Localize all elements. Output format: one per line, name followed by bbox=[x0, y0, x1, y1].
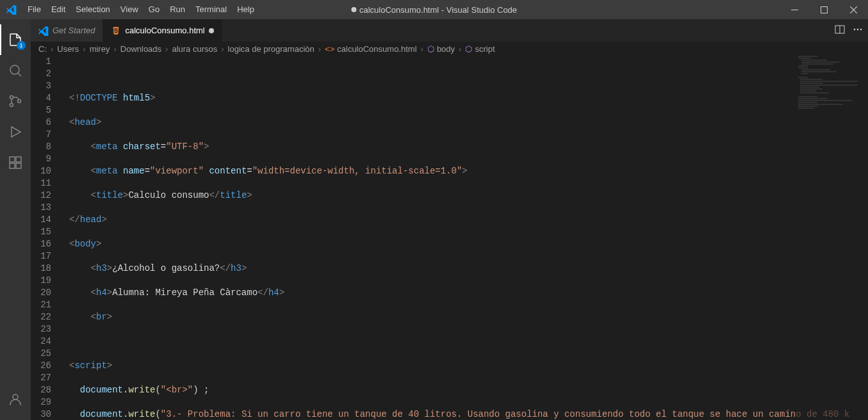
tabs-bar: Get Started calculoConsumo.html bbox=[31, 19, 868, 42]
line-number: 21 bbox=[31, 299, 51, 311]
html-file-icon: <> bbox=[325, 44, 334, 54]
modified-dot-icon bbox=[351, 7, 356, 12]
vscode-icon bbox=[38, 26, 49, 36]
crumb[interactable]: C: bbox=[38, 44, 47, 54]
window-title-text: calculoConsumo.html - Visual Studio Code bbox=[359, 5, 517, 15]
line-number: 17 bbox=[31, 250, 51, 262]
line-number: 24 bbox=[31, 335, 51, 348]
menu-selection[interactable]: Selection bbox=[70, 0, 115, 19]
svg-point-13 bbox=[854, 29, 856, 31]
vscode-logo-icon bbox=[0, 4, 22, 15]
svg-rect-1 bbox=[821, 6, 827, 13]
chevron-right-icon: › bbox=[318, 44, 321, 54]
line-number: 3 bbox=[31, 80, 51, 92]
window-controls bbox=[780, 0, 868, 19]
more-actions-icon[interactable] bbox=[853, 24, 863, 36]
svg-rect-8 bbox=[10, 163, 15, 168]
line-number: 27 bbox=[31, 372, 51, 384]
menu-bar: File Edit Selection View Go Run Terminal… bbox=[22, 0, 259, 19]
svg-point-15 bbox=[860, 29, 862, 31]
activity-search[interactable] bbox=[0, 55, 31, 86]
crumb[interactable]: <> calculoConsumo.html bbox=[325, 44, 416, 54]
line-number: 29 bbox=[31, 396, 51, 408]
tab-actions bbox=[830, 19, 868, 42]
tab-get-started[interactable]: Get Started bbox=[31, 19, 103, 42]
activity-explorer[interactable]: 1 bbox=[0, 24, 31, 55]
crumb[interactable]: Users bbox=[57, 44, 79, 54]
line-number: 8 bbox=[31, 141, 51, 153]
chevron-right-icon: › bbox=[221, 44, 224, 54]
menu-help[interactable]: Help bbox=[232, 0, 259, 19]
crumb[interactable]: ⬡ script bbox=[465, 44, 495, 54]
line-number: 23 bbox=[31, 323, 51, 335]
line-number: 14 bbox=[31, 214, 51, 226]
chevron-right-icon: › bbox=[51, 44, 53, 54]
line-number: 26 bbox=[31, 360, 51, 372]
activity-source-control[interactable] bbox=[0, 86, 31, 117]
maximize-button[interactable] bbox=[809, 0, 839, 19]
svg-rect-6 bbox=[10, 157, 15, 162]
crumb[interactable]: ⬡ body bbox=[427, 44, 455, 54]
svg-rect-7 bbox=[16, 157, 21, 162]
svg-rect-9 bbox=[16, 163, 21, 168]
activity-extensions[interactable] bbox=[0, 147, 31, 178]
svg-point-10 bbox=[13, 394, 18, 400]
svg-point-2 bbox=[10, 65, 19, 74]
line-numbers: 1 2 3 4 5 6 7 8 9 10 11 12 13 14 15 16 1… bbox=[31, 56, 63, 420]
menu-run[interactable]: Run bbox=[165, 0, 190, 19]
line-number: 22 bbox=[31, 311, 51, 323]
chevron-right-icon: › bbox=[459, 44, 461, 54]
code-editor[interactable]: 1 2 3 4 5 6 7 8 9 10 11 12 13 14 15 16 1… bbox=[31, 56, 868, 420]
html-file-icon bbox=[111, 26, 121, 36]
chevron-right-icon: › bbox=[83, 44, 85, 54]
line-number: 7 bbox=[31, 129, 51, 141]
line-number: 6 bbox=[31, 117, 51, 129]
line-number: 1 bbox=[31, 56, 51, 68]
svg-point-5 bbox=[18, 100, 21, 103]
menu-terminal[interactable]: Terminal bbox=[190, 0, 232, 19]
crumb[interactable]: logica de programaciòn bbox=[228, 44, 315, 54]
line-number: 2 bbox=[31, 68, 51, 80]
line-number: 5 bbox=[31, 104, 51, 117]
line-number: 12 bbox=[31, 190, 51, 202]
menu-go[interactable]: Go bbox=[143, 0, 165, 19]
close-button[interactable] bbox=[839, 0, 868, 19]
menu-view[interactable]: View bbox=[115, 0, 143, 19]
svg-rect-0 bbox=[791, 10, 798, 10]
line-number: 11 bbox=[31, 177, 51, 190]
minimize-button[interactable] bbox=[780, 0, 809, 19]
symbol-icon: ⬡ bbox=[465, 44, 472, 54]
activity-accounts[interactable] bbox=[0, 384, 31, 415]
explorer-badge: 1 bbox=[17, 41, 26, 50]
code-content[interactable]: <!DOCTYPE html5> <head> <meta charset="U… bbox=[63, 56, 868, 420]
editor-area: Get Started calculoConsumo.html C:› User… bbox=[31, 19, 868, 420]
activity-run-debug[interactable] bbox=[0, 117, 31, 147]
line-number: 9 bbox=[31, 153, 51, 165]
chevron-right-icon: › bbox=[165, 44, 168, 54]
crumb[interactable]: Downloads bbox=[120, 44, 161, 54]
svg-point-14 bbox=[857, 29, 859, 31]
line-number: 19 bbox=[31, 275, 51, 287]
crumb[interactable]: alura cursos bbox=[172, 44, 217, 54]
line-number: 10 bbox=[31, 165, 51, 177]
titlebar: File Edit Selection View Go Run Terminal… bbox=[0, 0, 868, 19]
svg-point-3 bbox=[10, 96, 13, 99]
menu-edit[interactable]: Edit bbox=[46, 0, 70, 19]
tab-label: calculoConsumo.html bbox=[125, 26, 204, 35]
breadcrumbs[interactable]: C:› Users› mirey› Downloads› alura curso… bbox=[31, 42, 868, 56]
menu-file[interactable]: File bbox=[22, 0, 46, 19]
line-number: 15 bbox=[31, 226, 51, 238]
line-number: 25 bbox=[31, 348, 51, 360]
line-number: 16 bbox=[31, 238, 51, 250]
line-number: 13 bbox=[31, 202, 51, 214]
tab-current-file[interactable]: calculoConsumo.html bbox=[103, 19, 222, 42]
window-title: calculoConsumo.html - Visual Studio Code bbox=[351, 5, 517, 15]
split-editor-icon[interactable] bbox=[835, 24, 845, 36]
line-number: 30 bbox=[31, 408, 51, 420]
tab-dirty-icon bbox=[209, 28, 214, 33]
crumb[interactable]: mirey bbox=[90, 44, 110, 54]
symbol-icon: ⬡ bbox=[427, 44, 434, 54]
line-number: 20 bbox=[31, 287, 51, 299]
svg-point-4 bbox=[10, 104, 13, 107]
chevron-right-icon: › bbox=[113, 44, 116, 54]
